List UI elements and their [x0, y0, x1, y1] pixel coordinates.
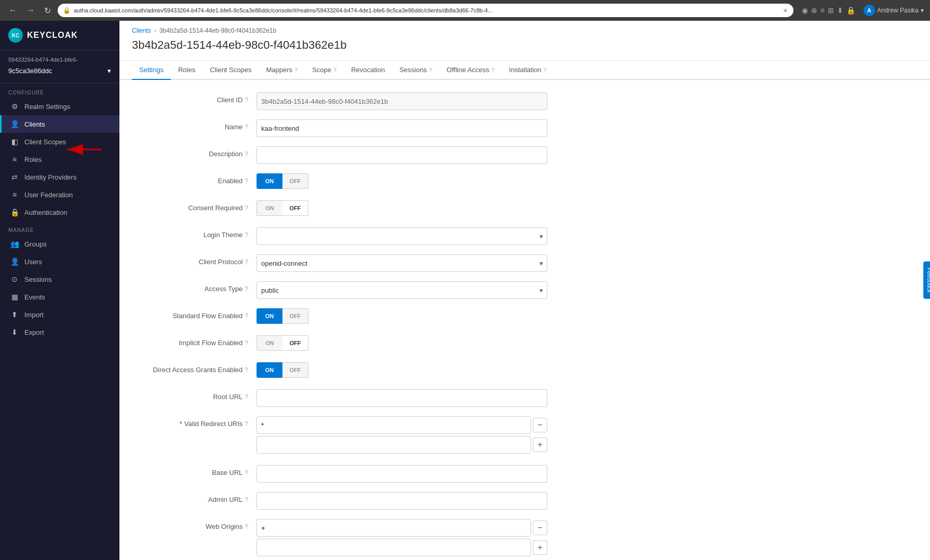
- sidebar-item-roles[interactable]: ≡ Roles: [0, 151, 119, 168]
- sidebar-item-realm-settings[interactable]: ⚙ Realm Settings: [0, 98, 119, 115]
- feedback-tab[interactable]: Feedback: [923, 261, 930, 298]
- breadcrumb-clients-link[interactable]: Clients: [132, 27, 151, 34]
- consent-on-button[interactable]: ON: [257, 200, 282, 216]
- sidebar-item-sessions[interactable]: ⊙ Sessions: [0, 270, 119, 288]
- standard-flow-control: ON OFF: [257, 308, 547, 324]
- forward-button[interactable]: →: [24, 5, 37, 16]
- tab-mappers[interactable]: Mappers ?: [259, 61, 305, 80]
- tab-offline-access[interactable]: Offline Access ?: [439, 61, 502, 80]
- tab-settings[interactable]: Settings: [132, 61, 171, 80]
- valid-redirect-input-2[interactable]: [257, 436, 531, 454]
- enabled-toggle: ON OFF: [257, 173, 547, 189]
- tab-client-scopes[interactable]: Client Scopes: [203, 61, 259, 80]
- sidebar-item-groups[interactable]: 👥 Groups: [0, 235, 119, 253]
- description-input[interactable]: [257, 146, 547, 164]
- direct-access-help-icon: ?: [245, 366, 248, 374]
- ext-icon-4[interactable]: ⊞: [828, 6, 834, 15]
- base-url-help-icon: ?: [245, 469, 248, 476]
- sidebar-item-export[interactable]: ⬇ Export: [0, 323, 119, 341]
- base-url-row: Base URL ?: [132, 465, 918, 483]
- base-url-input[interactable]: [257, 465, 547, 483]
- url-text: autha.cloud.kaaiot.com/auth/admin/594332…: [74, 7, 779, 13]
- name-row: Name ?: [132, 119, 918, 137]
- sidebar-item-user-federation[interactable]: ≡ User Federation: [0, 186, 119, 203]
- name-input[interactable]: [257, 119, 547, 137]
- url-bar[interactable]: 🔒 autha.cloud.kaaiot.com/auth/admin/5943…: [58, 4, 793, 17]
- user-federation-icon: ≡: [10, 190, 19, 199]
- sidebar-realm-section: 59433264-b474-4de1-bfe6- 9c5ca3e86ddc ▾: [0, 50, 119, 84]
- enabled-label: Enabled ?: [132, 173, 257, 185]
- sidebar-item-label-realm-settings: Realm Settings: [24, 103, 70, 111]
- valid-redirect-uri-row-2: +: [257, 436, 547, 454]
- implicit-flow-on-button[interactable]: ON: [257, 335, 282, 351]
- root-url-input[interactable]: [257, 389, 547, 407]
- tab-roles[interactable]: Roles: [171, 61, 203, 80]
- back-button[interactable]: ←: [6, 5, 20, 16]
- consent-off-button[interactable]: OFF: [282, 200, 308, 216]
- sidebar-item-label-sessions: Sessions: [24, 276, 52, 283]
- client-id-label: Client ID ?: [132, 92, 257, 104]
- tabs-bar: Settings Roles Client Scopes Mappers ? S…: [119, 61, 930, 80]
- realm-name-text: 9c5ca3e86ddc: [8, 67, 52, 75]
- realm-name-dropdown[interactable]: 9c5ca3e86ddc ▾: [8, 65, 111, 77]
- description-control: [257, 146, 547, 164]
- tab-sessions[interactable]: Sessions ?: [392, 61, 439, 80]
- browser-profile: A Andrew Pasika ▾: [864, 5, 924, 16]
- access-type-help-icon: ?: [245, 285, 248, 293]
- scope-help-icon: ?: [333, 67, 336, 73]
- sidebar-item-client-scopes[interactable]: ◧ Client Scopes: [0, 133, 119, 151]
- web-origins-add-button[interactable]: +: [533, 540, 547, 555]
- ext-icon-6[interactable]: 🔒: [846, 6, 855, 15]
- client-id-input[interactable]: [257, 92, 547, 110]
- sidebar-item-users[interactable]: 👤 Users: [0, 253, 119, 270]
- tab-installation[interactable]: Installation ?: [502, 61, 554, 80]
- breadcrumb-separator: ›: [154, 27, 156, 34]
- sidebar-item-import[interactable]: ⬆ Import: [0, 306, 119, 323]
- installation-help-icon: ?: [544, 67, 547, 73]
- admin-url-input[interactable]: [257, 492, 547, 510]
- tab-revocation[interactable]: Revocation: [344, 61, 392, 80]
- standard-flow-off-button[interactable]: OFF: [282, 308, 308, 324]
- valid-redirect-input-1[interactable]: [257, 416, 531, 434]
- offline-access-help-icon: ?: [491, 67, 494, 73]
- direct-access-off-button[interactable]: OFF: [282, 362, 308, 378]
- login-theme-select[interactable]: [257, 227, 547, 245]
- valid-redirect-uri-row-1: −: [257, 416, 547, 434]
- web-origins-row: Web Origins ? − +: [132, 519, 918, 558]
- valid-redirect-row: * Valid Redirect URIs ? − +: [132, 416, 918, 456]
- ext-icon-5[interactable]: ⬇: [837, 6, 843, 15]
- login-theme-control: [257, 227, 547, 245]
- implicit-flow-off-button[interactable]: OFF: [282, 335, 308, 351]
- standard-flow-on-button[interactable]: ON: [257, 308, 282, 324]
- web-origins-help-icon: ?: [245, 523, 248, 530]
- web-origins-remove-button[interactable]: −: [533, 521, 547, 535]
- direct-access-on-button[interactable]: ON: [257, 362, 282, 378]
- sidebar-item-events[interactable]: ▦ Events: [0, 288, 119, 306]
- refresh-button[interactable]: ↻: [42, 5, 53, 17]
- client-protocol-select[interactable]: openid-connect saml: [257, 254, 547, 272]
- realm-settings-icon: ⚙: [10, 102, 19, 111]
- groups-icon: 👥: [10, 240, 19, 248]
- valid-redirect-add-button[interactable]: +: [533, 438, 547, 452]
- access-type-select[interactable]: public confidential bearer-only: [257, 281, 547, 299]
- web-origins-input-2[interactable]: [257, 539, 531, 556]
- valid-redirect-remove-button[interactable]: −: [533, 418, 547, 432]
- content-header: Clients › 3b4b2a5d-1514-44eb-98c0-f4041b…: [119, 21, 930, 61]
- valid-redirect-help-icon: ?: [245, 420, 248, 428]
- web-origins-label: Web Origins ?: [132, 519, 257, 530]
- description-row: Description ?: [132, 146, 918, 164]
- web-origins-input-1[interactable]: [257, 519, 531, 537]
- clients-icon: 👤: [10, 120, 19, 128]
- enabled-on-button[interactable]: ON: [257, 173, 282, 189]
- root-url-label: Root URL ?: [132, 389, 257, 401]
- ext-icon-1[interactable]: ◉: [802, 6, 808, 15]
- enabled-off-button[interactable]: OFF: [282, 173, 308, 189]
- tab-scope[interactable]: Scope ?: [305, 61, 344, 80]
- ext-icon-3[interactable]: ≡: [820, 6, 825, 15]
- consent-control: ON OFF: [257, 200, 547, 216]
- ext-icon-2[interactable]: ⊕: [811, 6, 817, 15]
- sidebar-item-clients[interactable]: 👤 Clients: [0, 115, 119, 133]
- sidebar-item-identity-providers[interactable]: ⇄ Identity Providers: [0, 168, 119, 186]
- root-url-row: Root URL ?: [132, 389, 918, 407]
- sidebar-item-authentication[interactable]: 🔒 Authentication: [0, 203, 119, 221]
